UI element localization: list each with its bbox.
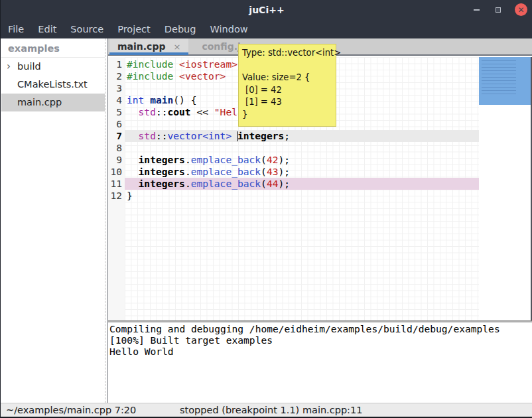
tab-label: main.cpp (117, 41, 165, 52)
window-title: juCi++ (1, 0, 532, 20)
tree-item-label: build (17, 61, 41, 72)
line-number[interactable]: 8 (108, 142, 125, 154)
code-line-8[interactable] (125, 142, 479, 154)
line-number[interactable]: 12 (108, 190, 125, 202)
menu-source[interactable]: Source (70, 21, 103, 38)
terminal-line: Compiling and debugging /home/eidheim/ex… (109, 323, 532, 334)
tree-item-main-cpp[interactable]: main.cpp (1, 94, 105, 111)
menu-edit[interactable]: Edit (38, 21, 56, 38)
minimap (479, 57, 532, 320)
statusbar: ~/examples/main.cpp 7:20 stopped (breakp… (1, 403, 532, 417)
code-line-7[interactable]: std::vector<int> integers; (125, 130, 479, 142)
tooltip-value-line: Value: size=2 { (242, 72, 332, 84)
restore-button[interactable] (492, 4, 504, 16)
minimize-button[interactable] (470, 4, 482, 16)
expander-chevron-icon[interactable]: › (7, 58, 11, 76)
code-line-12[interactable]: } (125, 190, 479, 202)
menubar: File Edit Source Project Debug Window (1, 20, 532, 38)
line-number[interactable]: 10 (108, 166, 125, 178)
menu-window[interactable]: Window (210, 21, 247, 38)
status-debug-state: stopped (breakpoint 1.1) main.cpp:11 (180, 403, 362, 417)
line-number[interactable]: 3 (108, 82, 125, 94)
terminal-line: [100%] Built target examples (109, 334, 532, 346)
minimap-viewport[interactable] (479, 57, 532, 105)
window-header: juCi++ ✕ File Edit Source Project Debug … (1, 0, 532, 38)
tooltip-type-line: Type: std::vector<int> (242, 46, 332, 59)
tree-item-build[interactable]: › build (1, 58, 105, 76)
tooltip-value-line: } (242, 109, 332, 121)
titlebar[interactable]: juCi++ ✕ (1, 0, 532, 20)
tree-item-label: main.cpp (17, 97, 62, 107)
tree-root-label: examples (1, 38, 105, 58)
tab-close-icon[interactable]: × (173, 42, 180, 52)
restore-icon (496, 7, 501, 13)
minimize-icon (474, 9, 480, 11)
line-number[interactable]: 4 (108, 94, 125, 106)
close-icon: ✕ (517, 6, 524, 14)
tab-main-cpp[interactable]: main.cpp × (109, 38, 188, 54)
line-number[interactable]: 6 (108, 118, 125, 130)
code-line-9[interactable]: integers.emplace_back(42); (125, 154, 479, 166)
tooltip-value-line: [1] = 43 (242, 96, 332, 109)
debug-value-tooltip: Type: std::vector<int> Value: size=2 {[0… (238, 44, 336, 127)
line-number[interactable]: 7 (108, 130, 125, 142)
app-window: juCi++ ✕ File Edit Source Project Debug … (0, 0, 532, 418)
status-file-position: ~/examples/main.cpp 7:20 (6, 403, 136, 417)
terminal-line: Hello World (109, 346, 532, 357)
tooltip-value-line: [0] = 42 (242, 84, 332, 97)
line-number[interactable]: 11 (108, 178, 125, 190)
terminal-output[interactable]: Compiling and debugging /home/eidheim/ex… (108, 322, 532, 403)
code-line-11[interactable]: integers.emplace_back(44); (125, 178, 479, 190)
line-number[interactable]: 9 (108, 154, 125, 166)
menu-project[interactable]: Project (117, 21, 151, 38)
line-number[interactable]: 5 (108, 106, 125, 118)
line-number[interactable]: 2 (108, 70, 125, 82)
line-number-gutter[interactable]: 123456789101112 (108, 57, 125, 320)
menu-file[interactable]: File (8, 21, 24, 38)
tree-item-cmakelists[interactable]: CMakeLists.txt (1, 76, 105, 94)
tree-item-label: CMakeLists.txt (17, 79, 88, 90)
code-line-10[interactable]: integers.emplace_back(43); (125, 166, 479, 178)
line-number[interactable]: 1 (108, 58, 125, 70)
tooltip-value-lines: Value: size=2 {[0] = 42[1] = 43} (242, 72, 332, 121)
menu-debug[interactable]: Debug (165, 21, 196, 38)
file-tree-panel: examples › build CMakeLists.txt main.cpp (1, 38, 105, 403)
close-button[interactable]: ✕ (515, 3, 527, 16)
